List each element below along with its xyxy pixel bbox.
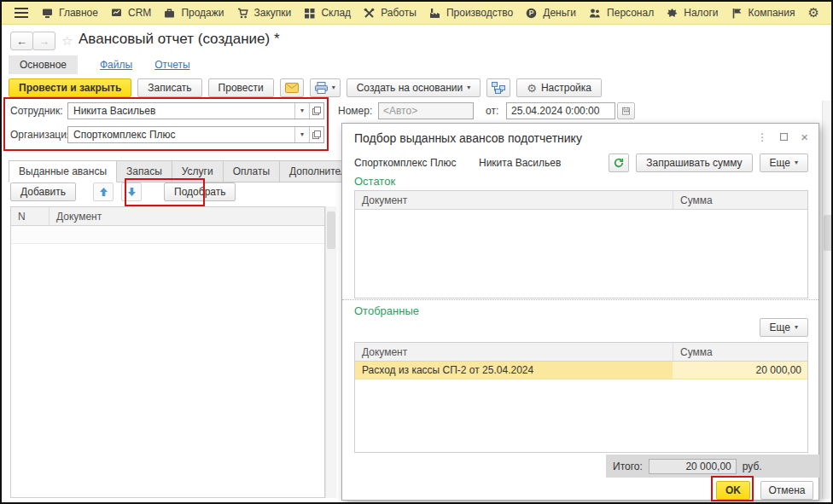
number-input[interactable] [378,102,474,119]
scrollbar-thumb[interactable] [824,215,832,251]
selected-table-header: Документ Сумма [355,343,807,362]
back-arrow-icon: ← [16,35,27,48]
menu-item-label: Закупки [254,7,292,19]
date-input[interactable] [506,102,615,119]
post-and-close-button[interactable]: Провести и закрыть [9,78,131,97]
ok-button[interactable]: OK [716,481,750,500]
tab-faily[interactable]: Файлы [100,59,132,71]
document-toolbar: Провести и закрыть Записать Провести ▾ С… [9,78,602,97]
number-field-label: Номер: [338,105,372,117]
menu-item-label: Налоги [684,7,718,19]
dialog-more-icon[interactable]: ⋮ [757,131,767,143]
main-menu-bar: Главное CRM Продажи Закупки Склад Работы… [2,2,831,25]
table-vertical-scrollbar[interactable] [325,206,336,498]
menu-item-kompaniya[interactable]: Компания [731,7,795,19]
row-sum-cell[interactable]: 20 000,00 [673,362,807,379]
total-input [649,459,737,474]
column-header-n[interactable]: N [11,207,49,225]
document-structure-icon [492,82,505,94]
save-button[interactable]: Записать [137,78,201,97]
employee-dropdown-button[interactable]: ▾ [294,103,309,119]
scrollbar-thumb[interactable] [327,211,335,249]
menu-item-prodazhi[interactable]: Продажи [164,7,224,19]
menu-item-proizvodstvo[interactable]: Производство [429,7,513,19]
column-header-sum[interactable]: Сумма [673,191,807,209]
employee-open-button[interactable] [309,103,323,119]
menu-item-sklad[interactable]: Склад [304,7,351,19]
total-label: Итого: [613,461,643,472]
dialog-organization-label: Спорткомплекс Плюс [354,157,479,169]
column-header-document[interactable]: Документ [355,191,673,209]
tab-uslugi[interactable]: Услуги [172,160,224,182]
dialog-maximize-icon[interactable] [780,131,788,143]
organization-dropdown-button[interactable]: ▾ [294,127,309,142]
calendar-icon [622,106,630,116]
cancel-button[interactable]: Отмена [760,481,813,500]
menu-item-zakupki[interactable]: Закупки [237,7,292,19]
column-header-document[interactable]: Документ [355,343,673,361]
selected-more-button[interactable]: Еще ▾ [760,318,808,337]
printer-icon [315,82,328,94]
remainder-table: Документ Сумма [354,190,808,298]
forward-button[interactable]: → [32,32,55,50]
row-document-cell[interactable]: Расход из кассы СП-2 от 25.04.2024 [355,362,673,379]
request-sum-button[interactable]: Запрашивать сумму [636,154,752,172]
settings-button[interactable]: ⚙ Настройка [516,78,602,97]
date-picker-button[interactable] [617,102,635,119]
email-button[interactable] [280,78,304,97]
tab-vydannye-avansy[interactable]: Выданные авансы [9,160,117,182]
dialog-employee-label: Никита Васильев [479,157,609,169]
remainder-section-title: Остаток [354,175,395,188]
menu-item-label: Работы [381,7,416,19]
organization-combo-value[interactable]: Спорткомплекс Плюс [68,127,294,142]
add-row-button[interactable]: Добавить [10,182,76,201]
currency-label: руб. [743,461,762,472]
pick-button[interactable]: Подобрать [164,182,236,201]
hamburger-menu-button[interactable] [14,7,29,19]
create-based-on-button[interactable]: Создать на основании ▾ [347,78,481,97]
dialog-more-button[interactable]: Еще ▾ [760,154,808,172]
app-window: Главное CRM Продажи Закупки Склад Работы… [0,0,833,504]
menu-item-raboty[interactable]: Работы [364,7,416,19]
menu-item-dengi[interactable]: P Деньги [526,7,576,19]
favorite-star-icon[interactable]: ☆ [61,33,73,49]
menu-item-crm[interactable]: CRM [111,7,151,19]
advances-table-header: N Документ [11,207,324,226]
related-documents-button[interactable] [486,78,510,97]
print-button[interactable]: ▾ [310,78,341,97]
window-vertical-scrollbar[interactable] [822,101,833,499]
menu-item-label: Склад [321,7,351,19]
refresh-button[interactable] [609,154,629,172]
dialog-close-icon[interactable]: × [801,130,808,144]
tab-oplaty[interactable]: Оплаты [224,160,280,182]
column-header-document[interactable]: Документ [49,207,324,225]
menu-settings-button[interactable]: ⚙ [808,5,819,20]
gear-icon: ⚙ [527,83,537,94]
menu-item-label: Производство [446,7,513,19]
caret-down-icon: ▾ [300,131,304,138]
factory-icon [429,8,440,19]
caret-down-icon: ▾ [467,84,470,91]
organization-open-button[interactable] [309,127,323,142]
menu-item-personal[interactable]: Персонал [589,7,654,19]
menu-item-glavnoe[interactable]: Главное [42,7,98,19]
tab-osnovnoe[interactable]: Основное [9,55,78,74]
post-button[interactable]: Провести [208,78,274,97]
move-up-button[interactable] [93,182,114,201]
arrow-up-icon [99,187,108,197]
column-header-sum[interactable]: Сумма [673,343,807,361]
table-empty-row[interactable] [11,226,324,244]
selected-table-row[interactable]: Расход из кассы СП-2 от 25.04.2024 20 00… [355,362,807,379]
menu-item-nalogi[interactable]: Налоги [667,7,718,19]
arrow-down-icon [127,187,137,197]
tab-zapasy[interactable]: Запасы [117,160,172,182]
employee-combo-value[interactable]: Никита Васильев [68,103,294,119]
section-splitter[interactable] [342,299,818,300]
move-down-button[interactable] [121,182,142,201]
back-button[interactable]: ← [10,32,33,50]
dialog-total-panel: Итого: руб. [606,455,819,478]
caret-down-icon: ▾ [332,84,335,91]
selected-table: Документ Сумма Расход из кассы СП-2 от 2… [354,342,808,453]
selected-section-title: Отобранные [354,304,419,317]
tab-otchety[interactable]: Отчеты [154,59,189,71]
